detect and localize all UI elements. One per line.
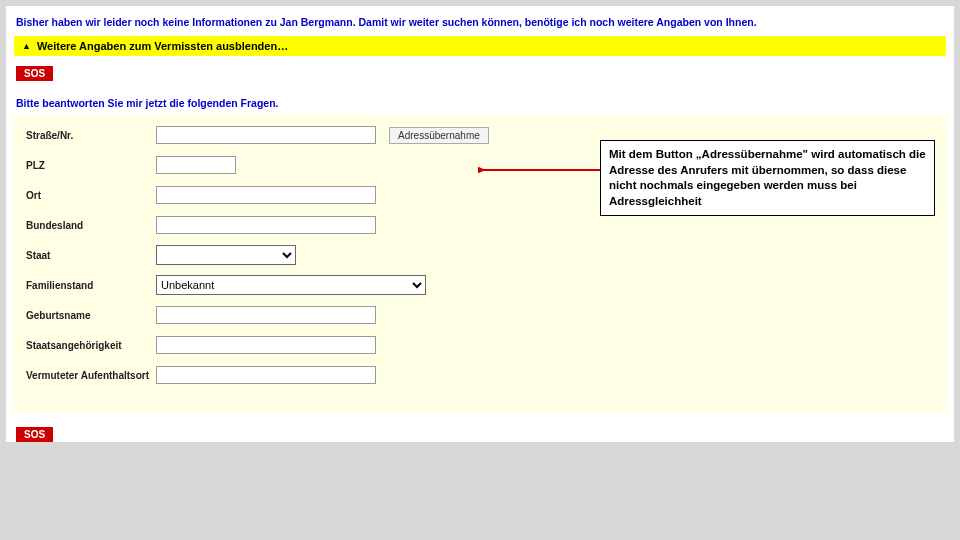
input-staatsang[interactable] [156,336,376,354]
input-bundesland[interactable] [156,216,376,234]
input-plz[interactable] [156,156,236,174]
collapse-arrow-icon: ▲ [22,41,31,51]
label-geburtsname: Geburtsname [26,310,156,321]
sos-button-bottom[interactable]: SOS [16,427,53,442]
label-staat: Staat [26,250,156,261]
label-aufenthalt: Vermuteter Aufenthaltsort [26,370,156,381]
toggle-details-label: Weitere Angaben zum Vermissten ausblende… [37,40,288,52]
input-aufenthalt[interactable] [156,366,376,384]
input-ort[interactable] [156,186,376,204]
label-bundesland: Bundesland [26,220,156,231]
label-familienstand: Familienstand [26,280,156,291]
label-ort: Ort [26,190,156,201]
label-strasse: Straße/Nr. [26,130,156,141]
label-staatsang: Staatsangehörigkeit [26,340,156,351]
form-prompt: Bitte beantworten Sie mir jetzt die folg… [6,91,954,115]
select-familienstand[interactable]: Unbekannt [156,275,426,295]
input-geburtsname[interactable] [156,306,376,324]
toggle-details-bar[interactable]: ▲ Weitere Angaben zum Vermissten ausblen… [14,36,946,56]
adressuebernahme-button[interactable]: Adressübernahme [389,127,489,144]
sos-button-top[interactable]: SOS [16,66,53,81]
label-plz: PLZ [26,160,156,171]
callout-box: Mit dem Button „Adressübernahme" wird au… [600,140,935,216]
select-staat[interactable] [156,245,296,265]
info-message: Bisher haben wir leider noch keine Infor… [6,10,954,36]
callout-arrow-icon [478,162,604,178]
input-strasse[interactable] [156,126,376,144]
